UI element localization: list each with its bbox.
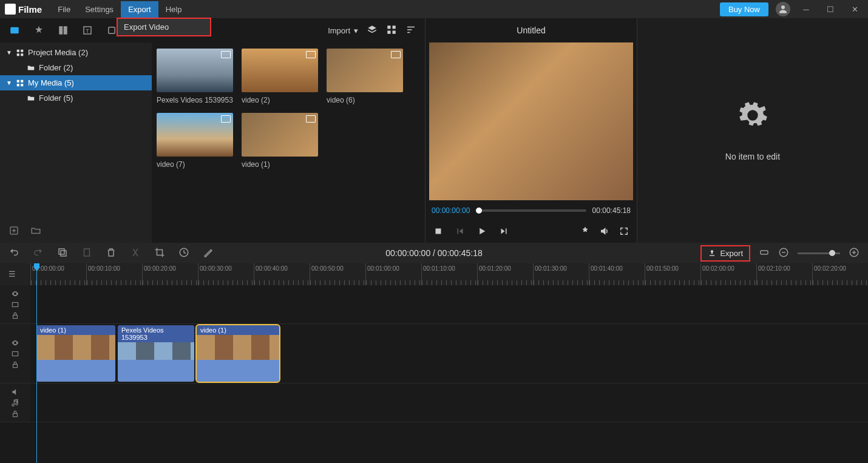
- color-button[interactable]: [203, 247, 214, 260]
- upload-icon: [708, 249, 716, 257]
- close-button[interactable]: ✕: [846, 1, 863, 18]
- eye-icon[interactable]: [11, 339, 19, 347]
- ruler-tick: 00:01:00:00: [365, 263, 421, 285]
- preview-panel: Untitled 00:00:00:00 00:00:45:18: [425, 18, 637, 243]
- sort-icon[interactable]: [405, 24, 416, 37]
- zoom-knob[interactable]: [829, 250, 835, 256]
- menu-settings[interactable]: Settings: [78, 1, 121, 18]
- scrub-bar[interactable]: [476, 209, 586, 212]
- next-frame-button[interactable]: [498, 226, 509, 238]
- split-button[interactable]: [130, 247, 141, 260]
- layers-icon[interactable]: [367, 24, 378, 37]
- export-dropdown: Export Video: [117, 18, 211, 36]
- copy-button[interactable]: [57, 247, 68, 260]
- settings-icon[interactable]: [580, 226, 591, 238]
- tick-label: 00:00:10:00: [88, 265, 120, 272]
- media-thumb[interactable]: video (2): [242, 49, 318, 104]
- fit-button[interactable]: [759, 247, 770, 260]
- svg-rect-9: [17, 53, 19, 56]
- gear-icon: [737, 100, 768, 131]
- ruler-tick: 00:01:30:00: [533, 263, 589, 285]
- video-track-1: video (1)Pexels Videos 1539953video (1): [0, 324, 868, 384]
- buy-now-button[interactable]: Buy Now: [720, 2, 768, 16]
- ruler-tick: 00:01:50:00: [645, 263, 700, 285]
- video-badge-icon: [306, 115, 316, 123]
- effects-tab-icon[interactable]: [32, 23, 46, 38]
- paste-button[interactable]: [81, 247, 92, 260]
- lock-icon[interactable]: [11, 311, 19, 320]
- my-media-folder-row[interactable]: Folder (5): [0, 90, 152, 106]
- timeline-clip[interactable]: video (1): [197, 325, 279, 382]
- svg-rect-10: [21, 53, 23, 56]
- project-folder-row[interactable]: Folder (2): [0, 60, 152, 75]
- svg-rect-28: [12, 302, 18, 306]
- media-thumb[interactable]: Pexels Videos 1539953: [157, 49, 233, 104]
- svg-rect-22: [59, 249, 64, 254]
- app-logo: Filme: [5, 4, 42, 15]
- play-button[interactable]: [476, 226, 487, 238]
- minimize-button[interactable]: ─: [798, 1, 815, 18]
- grid-view-icon[interactable]: [386, 24, 397, 37]
- lock-icon[interactable]: [11, 410, 19, 418]
- tick-label: 00:02:00:00: [702, 265, 734, 272]
- media-thumb[interactable]: video (7): [157, 113, 233, 169]
- media-thumb[interactable]: video (1): [242, 113, 318, 169]
- scrub-knob[interactable]: [476, 208, 482, 214]
- clip-thumbnails: [36, 335, 115, 360]
- add-folder-icon[interactable]: [8, 225, 19, 238]
- transitions-tab-icon[interactable]: [56, 23, 70, 38]
- redo-button[interactable]: [33, 247, 44, 260]
- zoom-in-button[interactable]: [849, 247, 860, 260]
- playhead[interactable]: [36, 263, 37, 463]
- properties-panel: No item to edit: [637, 18, 868, 243]
- svg-rect-17: [393, 25, 396, 29]
- zoom-slider[interactable]: [798, 252, 840, 254]
- ruler-menu-icon[interactable]: ☰: [8, 269, 16, 279]
- my-media-row[interactable]: ▼ My Media (5): [0, 75, 152, 90]
- timeline-clip[interactable]: Pexels Videos 1539953: [118, 325, 194, 382]
- folder-icon: [27, 94, 35, 103]
- maximize-button[interactable]: ☐: [822, 1, 839, 18]
- preview-viewport[interactable]: [429, 42, 633, 200]
- tick-label: 00:01:10:00: [423, 265, 455, 272]
- eye-icon[interactable]: [11, 289, 19, 298]
- timeline-ruler[interactable]: ☰ 00:00:00:0000:00:10:0000:00:20:0000:00…: [0, 263, 868, 285]
- media-tab-icon[interactable]: [7, 23, 22, 38]
- folder-path-icon[interactable]: [30, 225, 41, 238]
- ruler-tick: 00:00:20:00: [142, 263, 198, 285]
- user-avatar[interactable]: [776, 2, 790, 16]
- export-button[interactable]: Export: [700, 245, 750, 262]
- svg-point-0: [781, 5, 785, 9]
- thumb-image: [157, 49, 233, 92]
- crop-button[interactable]: [154, 247, 165, 260]
- delete-button[interactable]: [106, 247, 117, 260]
- menu-export[interactable]: Export: [121, 1, 158, 18]
- svg-rect-21: [61, 251, 66, 256]
- video-track-2: [0, 285, 868, 324]
- zoom-out-button[interactable]: [778, 247, 789, 260]
- volume-icon[interactable]: [599, 226, 610, 238]
- menu-help[interactable]: Help: [158, 1, 189, 18]
- project-media-row[interactable]: ▼ Project Media (2): [0, 45, 152, 60]
- lock-icon[interactable]: [11, 360, 19, 369]
- film-icon: [11, 300, 19, 309]
- media-thumb[interactable]: video (6): [327, 49, 403, 104]
- speed-button[interactable]: [178, 247, 189, 260]
- export-video-item[interactable]: Export Video: [118, 19, 210, 35]
- timeline-position: 00:00:00:00 / 00:00:45:18: [385, 248, 483, 258]
- ruler-tick: 00:02:20:00: [812, 263, 868, 285]
- prev-frame-button[interactable]: [455, 226, 466, 238]
- volume-icon[interactable]: [11, 388, 19, 396]
- timeline-clip[interactable]: video (1): [36, 325, 115, 382]
- svg-rect-18: [387, 30, 390, 33]
- text-tab-icon[interactable]: T: [80, 23, 95, 38]
- undo-button[interactable]: [8, 247, 19, 260]
- thumb-image: [242, 49, 318, 92]
- ruler-tick: 00:00:30:00: [198, 263, 254, 285]
- import-button[interactable]: Import ▾: [328, 26, 358, 35]
- menu-file[interactable]: File: [50, 1, 78, 18]
- fullscreen-icon[interactable]: [619, 226, 629, 238]
- import-label: Import: [328, 26, 350, 35]
- stop-button[interactable]: [433, 226, 444, 238]
- tick-label: 00:01:00:00: [367, 265, 399, 272]
